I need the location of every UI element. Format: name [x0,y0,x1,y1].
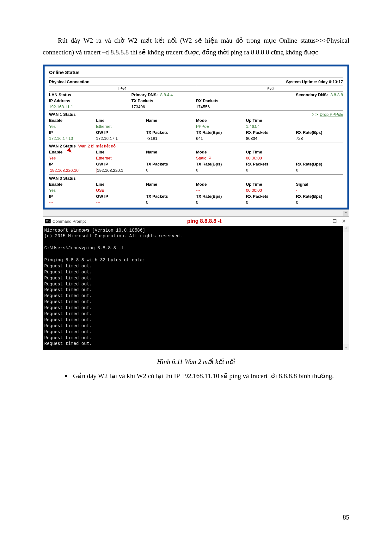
tab-ipv4[interactable]: IPv4 [49,85,196,91]
lan-ip-value: 192.168.11.1 [49,104,131,109]
system-uptime: System Uptime: 0day 6:13:17 [173,79,343,84]
wan3-v-line: USB [96,188,146,193]
drop-prefix-icon: > > [312,112,318,117]
wan2-h-mode: Mode [196,150,246,154]
wan3-v-sig: - [296,188,343,193]
wan3-h-rxr: RX Rate(Bps) [296,194,343,199]
wan1-h-gw: GW IP [96,130,146,135]
wan2-v-ip: 192.168.220.10 [49,168,79,173]
wan1-h-txr: TX Rate(Bps) [196,130,246,135]
wan3-h-sig: Signal [296,182,343,187]
wan2-v-txr: 0 [196,168,246,173]
wan1-v-tx: 73181 [146,136,196,141]
wan2-h-line: Line [96,150,146,154]
wan1-v-mode: PPPoE [196,124,246,129]
maximize-button[interactable]: ☐ [333,218,337,224]
wan1-v-line: Ethernet [96,124,146,129]
wan3-v-up: 00:00:00 [246,188,296,193]
wan3-h-mode: Mode [196,182,246,187]
wan1-h-enable: Enable [49,118,96,123]
figure-caption: Hình 6.11 Wan 2 mất kết nối [43,358,349,366]
wan1-v-enable: Yes [49,124,96,129]
wan3-v-tx: 0 [146,200,196,205]
wan2-h-name: Name [146,150,196,154]
figure-wrap: Online Status Physical Connection System… [43,65,349,351]
bullet-text: Gắn dây W2 lại và khi W2 có lại thì IP 1… [73,370,349,382]
secondary-dns-value: 8.8.8.8 [330,92,343,97]
wan3-title: WAN 3 Status [49,175,343,181]
wan3-v-enable: Yes [49,188,96,193]
wan2-h-enable: Enable [49,150,96,154]
wan2-h-txr: TX Rate(Bps) [196,162,246,166]
wan2-h-up: Up Time [246,150,296,154]
minimize-button[interactable]: — [323,219,328,224]
wan3-v-name [146,188,196,193]
cmd-titlebar[interactable]: C:\ Command Prompt ping 8.8.8.8 -t — ☐ ✕ [43,217,349,226]
wan3-h-up: Up Time [246,182,296,187]
cmd-output: Microsoft Windows [Version 10.0.10586] (… [43,226,349,350]
bullet-square-icon: ▪ [65,370,73,382]
cmd-scroll-up-icon[interactable]: ⌃ [343,226,349,232]
wan1-v-rxr: 728 [296,136,343,141]
wan2-annotation: Wan 2 bị mất kết nối [78,144,117,148]
wan1-v-gw: 172.16.17.1 [96,136,146,141]
wan1-v-txr: 641 [196,136,246,141]
bullet-paragraph: ▪ Gắn dây W2 lại và khi W2 có lại thì IP… [65,370,349,382]
page-number: 85 [343,514,349,521]
primary-dns-label: Primary DNS: [131,92,158,97]
wan3-v-gw: --- [96,200,146,205]
lan-rx-value: 174556 [196,104,261,109]
tab-ipv6[interactable]: IPv6 [196,85,343,91]
wan1-h-ip: IP [49,130,96,135]
physical-connection-label: Physical Connection [49,79,173,84]
router-status-panel: Online Status Physical Connection System… [43,65,349,209]
cmd-ping-annotation: ping 8.8.8.8 -t [86,218,323,224]
wan3-h-rx: RX Packets [246,194,296,199]
wan2-v-up: 00:00:00 [246,156,296,160]
wan1-h-rxr: RX Rate(Bps) [296,130,343,135]
close-button[interactable]: ✕ [342,218,346,224]
cmd-scroll-down-icon[interactable]: ⌄ [343,344,349,350]
wan2-v-gw: 192.168.220.1 [96,168,124,173]
lan-tx-header: TX Packets [131,98,196,103]
scroll-up-icon[interactable]: ⌃ [343,211,348,216]
wan2-v-rx: 0 [246,168,296,173]
wan3-h-tx: TX Packets [146,194,196,199]
wan3-h-name: Name [146,182,196,187]
secondary-dns-label: Secondary DNS: [296,92,328,97]
wan3-v-txr: 0 [196,200,246,205]
wan3-h-txr: TX Rate(Bps) [196,194,246,199]
drop-pppoe-link[interactable]: Drop PPPoE [320,112,343,117]
wan1-h-name: Name [146,118,196,123]
wan1-v-rx: 80834 [246,136,296,141]
browser-scroll-track[interactable]: ⌃ [43,209,349,216]
wan2-h-ip: IP [49,162,96,166]
wan2-title: WAN 2 Status [49,144,76,148]
wan1-h-rx: RX Packets [246,130,296,135]
wan3-h-line: Line [96,182,146,187]
wan1-title: WAN 1 Status [49,112,312,117]
wan2-h-rxr: RX Rate(Bps) [296,162,343,166]
wan2-v-enable: Yes [49,156,96,160]
wan2-v-name [146,156,196,160]
wan3-h-ip: IP [49,194,96,199]
cmd-title-label: Command Prompt [52,219,86,224]
wan3-v-rx: 0 [246,200,296,205]
wan1-v-ip: 172.16.17.10 [49,136,96,141]
lan-ip-header: IP Address [49,98,131,103]
wan2-v-line: Ethernet [96,156,146,160]
wan3-h-enable: Enable [49,182,96,187]
command-prompt-window: C:\ Command Prompt ping 8.8.8.8 -t — ☐ ✕… [43,216,349,351]
cmd-icon: C:\ [45,219,51,223]
wan2-h-tx: TX Packets [146,162,196,166]
wan2-h-rx: RX Packets [246,162,296,166]
wan1-h-line: Line [96,118,146,123]
cmd-scrollbar[interactable]: ⌃⌄ [343,226,349,350]
wan2-v-tx: 0 [146,168,196,173]
wan1-v-name [146,124,196,129]
online-status-title: Online Status [49,68,343,77]
wan1-v-up: 1:46:54 [246,124,296,129]
wan1-h-mode: Mode [196,118,246,123]
wan1-h-tx: TX Packets [146,130,196,135]
lan-rx-header: RX Packets [196,98,261,103]
